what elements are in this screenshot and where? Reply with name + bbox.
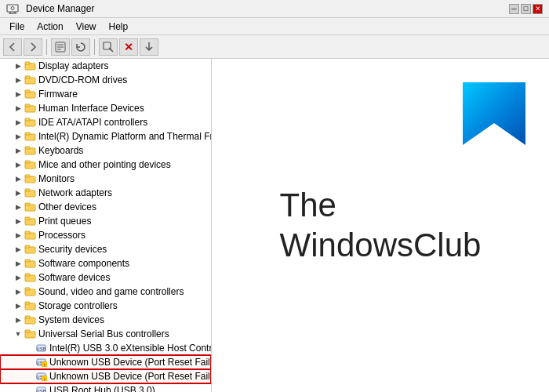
watermark-line1: The — [280, 186, 482, 225]
monitors-label: Monitors — [38, 173, 75, 184]
tree-dvd[interactable]: ▶ DVD/CD-ROM drives — [0, 73, 211, 87]
tree-processors[interactable]: ▶ Processors — [0, 228, 211, 242]
forward-button[interactable] — [24, 38, 42, 56]
svg-text:!: ! — [44, 363, 45, 368]
tree-human-interface[interactable]: ▶ Human Interface Devices — [0, 101, 211, 115]
expand-ide[interactable]: ▶ — [13, 117, 24, 128]
expand-keyboards[interactable]: ▶ — [13, 145, 24, 156]
tree-intel-dynamic[interactable]: ▶ Intel(R) Dynamic Platform and Thermal … — [0, 129, 211, 143]
tree-unknown-usb-1[interactable]: USB ! Unknown USB Device (Port Reset Fai… — [0, 355, 211, 369]
menu-file[interactable]: File — [3, 20, 31, 34]
svg-rect-38 — [25, 245, 30, 248]
unknown-usb2-icon: USB ! — [35, 370, 47, 383]
expand-intel[interactable]: ▶ — [13, 131, 24, 142]
watermark: The WindowsClub — [280, 186, 482, 265]
tree-software-components[interactable]: ▶ Software components — [0, 256, 211, 270]
hid-icon — [24, 102, 36, 114]
tree-system[interactable]: ▶ System devices — [0, 313, 211, 327]
sw-components-icon — [24, 257, 36, 270]
refresh-button[interactable] — [71, 38, 90, 56]
intel-label: Intel(R) Dynamic Platform and Thermal Fr… — [38, 131, 212, 142]
back-button[interactable] — [3, 38, 22, 56]
title-bar-text: Device Manager — [26, 3, 94, 14]
minimize-button[interactable]: ─ — [509, 4, 519, 14]
svg-rect-14 — [25, 76, 30, 78]
expand-processors[interactable]: ▶ — [13, 230, 24, 241]
network-label: Network adapters — [38, 187, 112, 198]
intel-usb3-label: Intel(R) USB 3.0 eXtensible Host Control… — [49, 343, 212, 354]
usb-root-hub-label: USB Root Hub (USB 3.0) — [49, 385, 155, 392]
remove-button[interactable]: ✕ — [119, 38, 138, 56]
tree-ide-atapi[interactable]: ▶ IDE ATA/ATAPI controllers — [0, 115, 211, 129]
tree-unknown-usb-2[interactable]: USB ! Unknown USB Device (Port Reset Fai… — [0, 369, 211, 383]
tree-monitors[interactable]: ▶ Monitors — [0, 172, 211, 186]
tree-display-adapters[interactable]: ▶ Display adapters — [0, 59, 211, 73]
menu-help[interactable]: Help — [103, 20, 135, 34]
svg-rect-18 — [25, 104, 30, 107]
keyboards-icon — [24, 144, 36, 157]
properties-button[interactable] — [51, 38, 70, 56]
scan-button[interactable] — [99, 38, 118, 56]
expand-storage[interactable]: ▶ — [13, 300, 24, 311]
print-label: Print queues — [38, 216, 91, 227]
expand-security[interactable]: ▶ — [13, 244, 24, 255]
expand-hid[interactable]: ▶ — [13, 103, 24, 114]
expand-mice[interactable]: ▶ — [13, 159, 24, 170]
print-icon — [24, 215, 36, 227]
close-button[interactable]: ✕ — [533, 4, 543, 14]
tree-usb[interactable]: ▼ Universal Serial Bus controllers — [0, 327, 211, 341]
expand-display-adapters[interactable]: ▶ — [13, 60, 24, 71]
device-tree[interactable]: ▶ Display adapters ▶ DVD/CD-ROM drives ▶… — [0, 59, 212, 392]
svg-rect-34 — [25, 217, 30, 220]
maximize-button[interactable]: □ — [521, 4, 531, 14]
expand-monitors[interactable]: ▶ — [13, 173, 24, 184]
menu-view[interactable]: View — [70, 20, 103, 34]
tree-security[interactable]: ▶ Security devices — [0, 242, 211, 256]
expand-sw-devices[interactable]: ▶ — [13, 272, 24, 283]
system-icon — [24, 314, 36, 326]
usb-label: Universal Serial Bus controllers — [38, 328, 169, 339]
usb-root-hub-icon: USB — [35, 384, 47, 392]
processors-label: Processors — [38, 230, 85, 241]
expand-network[interactable]: ▶ — [13, 187, 24, 198]
firmware-icon — [24, 88, 36, 100]
spacer-root-hub — [24, 385, 35, 392]
svg-text:USB: USB — [36, 389, 45, 393]
svg-rect-0 — [7, 5, 18, 12]
tree-storage[interactable]: ▶ Storage controllers — [0, 299, 211, 313]
tree-network[interactable]: ▶ Network adapters — [0, 186, 211, 200]
spacer-unknown-1 — [24, 357, 35, 368]
tree-usb-root-hub[interactable]: USB USB Root Hub (USB 3.0) — [0, 383, 211, 392]
tree-software-devices[interactable]: ▶ Software devices — [0, 270, 211, 285]
tree-mice[interactable]: ▶ Mice and other pointing devices — [0, 158, 211, 172]
expand-usb[interactable]: ▼ — [13, 328, 24, 339]
tree-keyboards[interactable]: ▶ Keyboards — [0, 143, 211, 158]
expand-print[interactable]: ▶ — [13, 216, 24, 227]
menu-action[interactable]: Action — [31, 20, 69, 34]
tree-firmware[interactable]: ▶ Firmware — [0, 87, 211, 101]
unknown-usb1-icon: USB ! — [35, 356, 47, 368]
toolbar-separator-2 — [94, 39, 95, 55]
update-button[interactable] — [140, 38, 158, 56]
tree-other[interactable]: ▶ Other devices — [0, 200, 211, 214]
ide-label: IDE ATA/ATAPI controllers — [38, 117, 147, 128]
dvd-icon — [24, 74, 36, 86]
expand-system[interactable]: ▶ — [13, 314, 24, 325]
content-panel: The WindowsClub — [212, 59, 549, 392]
svg-text:!: ! — [44, 377, 45, 382]
tree-sound[interactable]: ▶ Sound, video and game controllers — [0, 285, 211, 299]
windowsclub-logo — [463, 82, 525, 145]
sw-devices-icon — [24, 271, 36, 284]
expand-other[interactable]: ▶ — [13, 201, 24, 212]
svg-rect-24 — [25, 147, 30, 149]
expand-dvd[interactable]: ▶ — [13, 74, 24, 85]
processors-icon — [24, 229, 36, 241]
expand-firmware[interactable]: ▶ — [13, 89, 24, 100]
svg-rect-22 — [25, 132, 30, 135]
tree-print[interactable]: ▶ Print queues — [0, 214, 211, 228]
svg-rect-30 — [25, 189, 30, 191]
expand-sw-components[interactable]: ▶ — [13, 258, 24, 269]
tree-intel-usb3[interactable]: USB Intel(R) USB 3.0 eXtensible Host Con… — [0, 341, 211, 355]
other-label: Other devices — [38, 201, 96, 212]
expand-sound[interactable]: ▶ — [13, 286, 24, 297]
